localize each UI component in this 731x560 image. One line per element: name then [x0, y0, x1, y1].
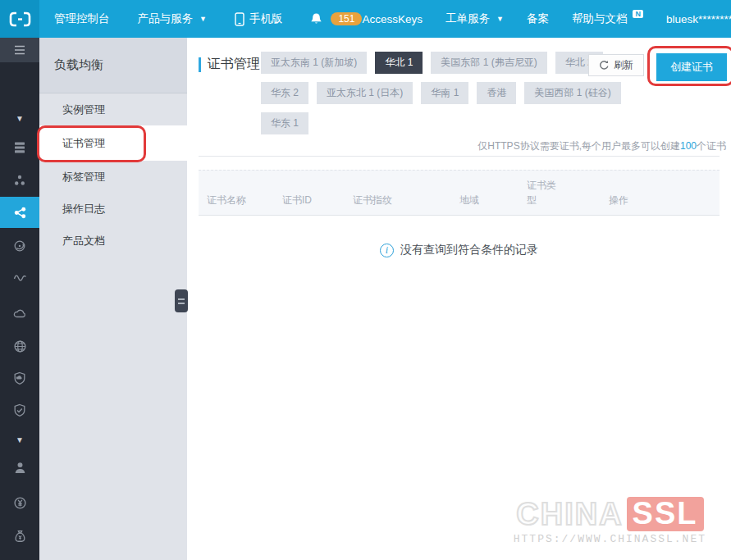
shield-check-glyph	[13, 403, 26, 417]
watermark-brand: CHINA SSL	[516, 497, 703, 531]
chevron-down-icon: ▼	[199, 15, 207, 23]
tickets-menu[interactable]: 工单服务▼	[445, 11, 504, 26]
account-menu[interactable]: bluesk********@	[666, 13, 731, 25]
note-count: 100	[680, 140, 697, 152]
phone-icon	[235, 12, 244, 26]
region-tab-east-china-1[interactable]: 华东 1	[261, 112, 308, 134]
sidebar-item-instances[interactable]: 实例管理	[39, 93, 187, 125]
note-prefix: 仅HTTPS协议需要证书,每个用户最多可以创建	[477, 140, 680, 152]
shield-check-icon[interactable]	[0, 397, 39, 423]
sidebar-item-docs[interactable]: 产品文档	[39, 225, 187, 257]
beian-label: 备案	[527, 11, 549, 26]
user-icon[interactable]	[0, 454, 39, 480]
region-tab-north-china-1-active[interactable]: 华北 1	[375, 52, 423, 74]
slb-share-icon[interactable]	[0, 197, 39, 228]
col-cert-id: 证书ID	[274, 193, 345, 207]
chevron-down-icon: ▼	[496, 15, 504, 23]
mobile-label: 手机版	[249, 11, 283, 26]
sidebar-collapse-handle[interactable]	[175, 289, 188, 312]
yuan-circle-glyph	[13, 496, 27, 510]
watermark-url: HTTPS://WWW.CHINASSL.NET	[514, 533, 706, 545]
refresh-button[interactable]: 刷新	[588, 54, 644, 76]
note-suffix: 个证书	[697, 140, 726, 152]
region-tab-east-china-2[interactable]: 华东 2	[261, 82, 308, 104]
new-badge: N	[633, 10, 643, 18]
vpn-wave-glyph	[13, 272, 27, 284]
beian-link[interactable]: 备案	[527, 11, 549, 26]
slb-sidebar: 负载均衡 实例管理 证书管理 标签管理 操作日志 产品文档	[39, 38, 187, 560]
sidebar-title: 负载均衡	[39, 38, 187, 93]
user-glyph	[13, 461, 27, 475]
aliyun-logo[interactable]	[0, 0, 39, 38]
notifications[interactable]: 151	[310, 12, 362, 25]
col-cert-fingerprint: 证书指纹	[345, 193, 451, 207]
region-tabs-row-2: 华东 2 亚太东北 1 (日本) 华南 1 香港 美国西部 1 (硅谷)	[261, 82, 646, 104]
console-page: 管理控制台 产品与服务▼ 手机版 151 AccessKeys 工单服务▼ 备案	[0, 0, 731, 560]
globe-icon[interactable]	[0, 333, 39, 359]
console-home-link[interactable]: 管理控制台	[54, 11, 110, 26]
info-icon: i	[380, 244, 394, 257]
shield-cloud-icon[interactable]	[0, 365, 39, 391]
region-tab-japan[interactable]: 亚太东北 1 (日本)	[317, 82, 413, 104]
shield-cloud-glyph	[13, 371, 26, 385]
watermark-ssl: SSL	[627, 497, 704, 531]
cloud-icon[interactable]	[0, 299, 39, 326]
page-title: 证书管理	[208, 56, 260, 73]
moneybag-icon[interactable]	[0, 523, 39, 549]
topbar-right-menu: AccessKeys 工单服务▼ 备案 帮助与文档N bluesk*******…	[362, 11, 731, 26]
refresh-label: 刷新	[614, 58, 633, 72]
yuan-circle-icon[interactable]	[0, 489, 39, 516]
content-divider	[199, 156, 720, 157]
sidebar-item-tags[interactable]: 标签管理	[39, 161, 187, 193]
globe-glyph	[13, 339, 27, 353]
region-tab-south-china-1[interactable]: 华南 1	[421, 82, 468, 104]
products-label: 产品与服务	[138, 11, 194, 26]
tickets-label: 工单服务	[445, 11, 490, 26]
region-tab-hongkong[interactable]: 香港	[477, 82, 516, 104]
empty-state-message: 没有查询到符合条件的记录	[400, 243, 538, 257]
mobile-link[interactable]: 手机版	[235, 11, 283, 26]
main-content: 证书管理 亚太东南 1 (新加坡) 华北 1 美国东部 1 (弗吉尼亚) 华北 …	[187, 38, 731, 560]
help-docs-label: 帮助与文档	[572, 11, 628, 26]
accesskeys-label: AccessKeys	[362, 13, 423, 25]
slb-share-glyph	[13, 206, 27, 220]
menu-icon[interactable]	[0, 38, 39, 62]
sidebar-item-certificates[interactable]: 证书管理	[39, 125, 187, 161]
storage-disc-glyph	[13, 239, 26, 253]
region-tab-singapore[interactable]: 亚太东南 1 (新加坡)	[261, 52, 367, 74]
instances-icon[interactable]	[0, 134, 39, 161]
col-cert-name: 证书名称	[199, 193, 274, 207]
cluster-icon[interactable]	[0, 167, 39, 193]
chinassl-watermark: CHINA SSL HTTPS://WWW.CHINASSL.NET	[514, 497, 706, 545]
storage-disc-icon[interactable]	[0, 233, 39, 259]
chevron-down-icon[interactable]: ▼	[0, 426, 39, 453]
sidebar-item-logs[interactable]: 操作日志	[39, 193, 187, 225]
col-cert-type: 证书类型	[527, 178, 561, 207]
topbar-left-menu: 管理控制台 产品与服务▼ 手机版 151	[54, 11, 362, 26]
moneybag-glyph	[13, 530, 27, 544]
empty-state: i 没有查询到符合条件的记录	[199, 243, 720, 257]
refresh-icon	[599, 60, 610, 71]
chevron-down-icon[interactable]: ▼	[0, 105, 39, 131]
region-tab-us-east-1[interactable]: 美国东部 1 (弗吉尼亚)	[431, 52, 546, 74]
page-title-block: 证书管理	[199, 56, 260, 73]
cluster-glyph	[13, 174, 26, 187]
console-home-label: 管理控制台	[54, 11, 110, 26]
notification-count-badge[interactable]: 151	[331, 12, 362, 25]
vpn-wave-icon[interactable]	[0, 265, 39, 291]
topbar: 管理控制台 产品与服务▼ 手机版 151 AccessKeys 工单服务▼ 备案	[0, 0, 731, 38]
hamburger-glyph	[13, 44, 26, 56]
product-icon-rail: ▼ ▼	[0, 38, 39, 560]
help-docs-link[interactable]: 帮助与文档N	[572, 11, 643, 26]
watermark-china: CHINA	[516, 499, 623, 530]
region-tab-us-west-1[interactable]: 美国西部 1 (硅谷)	[524, 82, 620, 104]
products-menu[interactable]: 产品与服务▼	[138, 11, 207, 26]
accesskeys-link[interactable]: AccessKeys	[362, 13, 423, 25]
create-certificate-button[interactable]: 创建证书	[656, 53, 727, 81]
certificate-quota-note: 仅HTTPS协议需要证书,每个用户最多可以创建100个证书	[477, 139, 726, 153]
bell-icon	[310, 12, 322, 25]
brackets-logo-icon	[9, 11, 31, 27]
certificate-table-header: 证书名称 证书ID 证书指纹 地域 证书类型 操作	[199, 170, 720, 216]
title-accent-bar	[199, 57, 201, 72]
username-label: bluesk********@	[666, 13, 731, 25]
